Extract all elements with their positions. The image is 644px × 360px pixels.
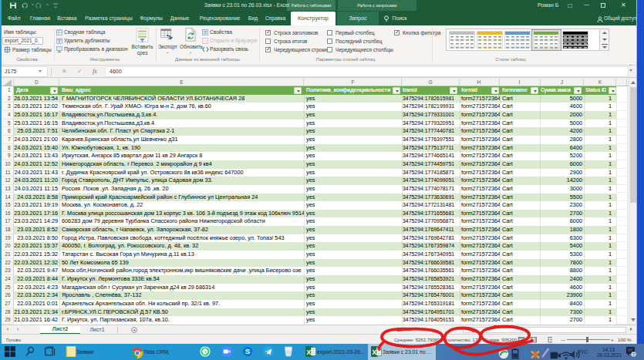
svg-text:X: X — [307, 348, 312, 356]
svg-text:S: S — [245, 347, 250, 355]
svg-text:7: 7 — [632, 352, 635, 357]
svg-text:X: X — [373, 348, 377, 356]
